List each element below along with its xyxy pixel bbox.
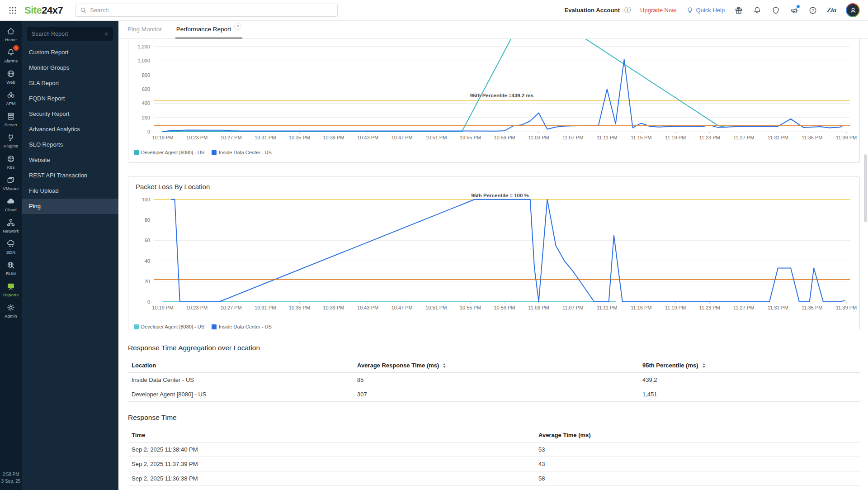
- svg-text:10:19 PM: 10:19 PM: [152, 305, 173, 310]
- info-icon[interactable]: ⓘ: [624, 6, 631, 14]
- rail-item-label: Plugins: [4, 143, 18, 148]
- aggregation-table: LocationAverage Response Time (ms)95th P…: [128, 358, 860, 402]
- svg-text:20: 20: [145, 279, 150, 284]
- rail-item-sdn[interactable]: SDN: [0, 237, 22, 257]
- avatar[interactable]: [846, 3, 860, 17]
- sidebar-item-sla-report[interactable]: SLA Report: [22, 76, 118, 91]
- svg-text:0: 0: [147, 129, 150, 134]
- help-question-icon[interactable]: ?: [808, 6, 817, 15]
- table-cell: Sep 2, 2025 11:36:38 PM: [128, 471, 535, 485]
- notifications-bell-icon[interactable]: [753, 6, 762, 15]
- legend-item[interactable]: Inside Data Center - US: [212, 324, 272, 329]
- svg-text:11:35 PM: 11:35 PM: [802, 305, 822, 310]
- sidebar-item-rest-api-transaction[interactable]: REST API Transaction: [22, 168, 118, 183]
- svg-text:10:35 PM: 10:35 PM: [289, 135, 310, 140]
- report-search-input[interactable]: [32, 31, 104, 37]
- svg-text:100: 100: [142, 197, 150, 202]
- table-cell: 85: [354, 373, 639, 387]
- svg-text:10:59 PM: 10:59 PM: [494, 305, 515, 310]
- rail-item-k8s[interactable]: K8s: [0, 152, 22, 172]
- rail-item-label: Web: [6, 80, 15, 85]
- shield-icon[interactable]: [771, 6, 780, 15]
- rail-item-cloud[interactable]: Cloud: [0, 195, 22, 214]
- rail-item-reports[interactable]: Reports: [0, 280, 22, 300]
- sort-icon[interactable]: [443, 363, 446, 368]
- rail-item-rum[interactable]: RUM: [0, 258, 22, 278]
- tab-label: Ping Monitor: [127, 26, 162, 33]
- sidebar-item-advanced-analytics[interactable]: Advanced Analytics: [22, 122, 118, 137]
- legend-label: Developer Agent [8080] - US: [141, 324, 204, 329]
- svg-text:10:39 PM: 10:39 PM: [323, 135, 344, 140]
- table-cell: 1,451: [639, 387, 860, 401]
- search-icon: [80, 7, 87, 14]
- tab-ping-monitor[interactable]: Ping Monitor: [127, 21, 163, 38]
- table-row: Sep 2, 2025 11:38:40 PM53: [128, 442, 860, 457]
- svg-text:11:03 PM: 11:03 PM: [528, 305, 549, 310]
- rail-item-alarms[interactable]: Alarms1: [0, 46, 22, 66]
- rail-item-apm[interactable]: APM: [0, 88, 22, 108]
- sidebar-item-ping[interactable]: Ping: [22, 199, 118, 214]
- sort-icon[interactable]: [703, 363, 705, 368]
- report-type-list: Custom ReportMonitor GroupsSLA ReportFQD…: [22, 45, 118, 214]
- sidebar-item-security-report[interactable]: Security Report: [22, 106, 118, 122]
- top-bar-actions: Evaluation Account ⓘ Upgrade Now Quick H…: [564, 3, 860, 17]
- web-icon: [6, 69, 15, 78]
- gift-icon[interactable]: [734, 6, 743, 15]
- sidebar-item-monitor-groups[interactable]: Monitor Groups: [22, 60, 118, 76]
- response-time-chart-panel: 02004006008001,0001,20010:19 PM10:23 PM1…: [128, 39, 860, 163]
- rail-item-label: Server: [5, 122, 18, 127]
- table-cell: 56: [535, 486, 860, 490]
- vertical-scrollbar[interactable]: [864, 154, 867, 222]
- rail-item-label: Reports: [3, 292, 19, 297]
- table-header-cell[interactable]: Average Response Time (ms): [354, 358, 639, 372]
- rail-item-web[interactable]: Web: [0, 67, 22, 87]
- legend-item[interactable]: Developer Agent [8080] - US: [134, 150, 204, 155]
- sidebar-item-slo-reports[interactable]: SLO Reports: [22, 137, 118, 152]
- tab-label: Performance Report: [176, 26, 231, 33]
- sidebar-item-file-upload[interactable]: File Upload: [22, 183, 118, 199]
- svg-text:0: 0: [147, 299, 150, 304]
- rail-item-admin[interactable]: Admin: [0, 301, 22, 321]
- close-tab-icon[interactable]: ✕: [234, 23, 241, 30]
- svg-text:11:11 PM: 11:11 PM: [597, 135, 617, 140]
- rail-item-home[interactable]: Home: [0, 24, 22, 44]
- k8s-icon: [6, 154, 15, 163]
- upgrade-now-link[interactable]: Upgrade Now: [640, 7, 676, 14]
- sidebar-item-custom-report[interactable]: Custom Report: [22, 45, 118, 60]
- legend-item[interactable]: Inside Data Center - US: [212, 150, 272, 155]
- global-search-input[interactable]: [90, 7, 333, 14]
- table-cell: 307: [354, 387, 639, 401]
- svg-text:11:15 PM: 11:15 PM: [631, 135, 651, 140]
- rail-item-plugins[interactable]: Plugins: [0, 131, 22, 151]
- table-header-cell: Time: [128, 428, 535, 442]
- global-search[interactable]: [75, 4, 338, 17]
- apps-grid-icon[interactable]: [8, 6, 17, 15]
- header-label: Average Time (ms): [538, 432, 591, 438]
- report-search[interactable]: [27, 27, 113, 41]
- svg-text:11:19 PM: 11:19 PM: [665, 135, 686, 140]
- svg-text:11:23 PM: 11:23 PM: [699, 135, 720, 140]
- svg-text:800: 800: [142, 72, 150, 78]
- announcements-megaphone-icon[interactable]: [790, 6, 799, 15]
- site24x7-logo[interactable]: Site24x7: [24, 5, 63, 16]
- rail-item-network[interactable]: Network: [0, 216, 22, 236]
- tab-performance-report[interactable]: Performance Report✕: [175, 21, 243, 38]
- svg-text:11:39 PM: 11:39 PM: [836, 135, 857, 140]
- cloud-icon: [6, 197, 15, 206]
- svg-text:10:31 PM: 10:31 PM: [255, 135, 276, 140]
- clock-date: 3 Sep, 25: [1, 478, 21, 485]
- zia-assistant-icon[interactable]: Zia: [827, 6, 836, 14]
- table-header-cell: Location: [128, 358, 354, 372]
- table-header-cell[interactable]: 95th Percentile (ms): [639, 358, 860, 372]
- rail-item-server[interactable]: Server: [0, 109, 22, 129]
- rail-item-vmware[interactable]: VMware: [0, 173, 22, 193]
- svg-text:95th Percentile =439.2 ms: 95th Percentile =439.2 ms: [470, 93, 533, 98]
- apm-icon: [6, 90, 15, 100]
- legend-item[interactable]: Developer Agent [8080] - US: [134, 324, 204, 329]
- quick-help-button[interactable]: Quick Help: [686, 6, 725, 14]
- svg-text:11:31 PM: 11:31 PM: [768, 305, 788, 310]
- rail-item-label: APM: [6, 101, 16, 106]
- sidebar-item-fqdn-report[interactable]: FQDN Report: [22, 91, 118, 106]
- sidebar-item-website[interactable]: Website: [22, 152, 118, 168]
- table-header-cell: Average Time (ms): [535, 428, 860, 442]
